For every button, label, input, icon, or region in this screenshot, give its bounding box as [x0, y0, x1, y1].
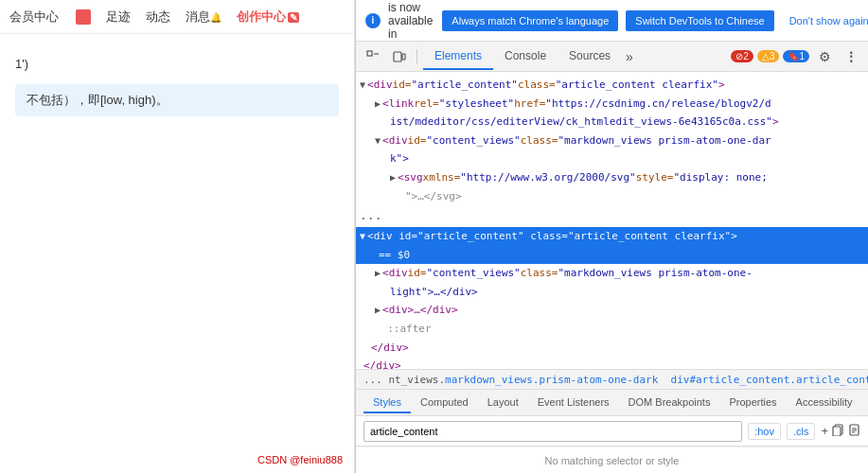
breadcrumb-link-article[interactable]: div#article_content.article_content.clea… — [671, 374, 868, 386]
dom-line-3[interactable]: ▼ <div id="content_views" class="markdow… — [356, 131, 868, 150]
elements-content[interactable]: ▼ <div id="article_content" class="artic… — [356, 72, 868, 369]
dom-line-dollar0: == $0 — [356, 246, 868, 265]
dom-line-close-div1: </div> — [356, 339, 868, 358]
filter-file-button[interactable] — [848, 424, 860, 439]
expand-triangle-3[interactable]: ▼ — [375, 133, 381, 149]
info-badge: 🔖1 — [783, 50, 809, 62]
dom-line-content-views-light[interactable]: ▶ <div id="content_views" class="markdow… — [356, 264, 868, 283]
expand-triangle-cv[interactable]: ▶ — [375, 266, 381, 281]
expand-triangle-4[interactable]: ▶ — [390, 170, 396, 185]
device-toggle-button[interactable] — [388, 45, 411, 68]
left-content: 1') 不包括），即[low, high)。 — [0, 34, 354, 447]
sub-tab-event-listeners[interactable]: Event Listeners — [528, 393, 619, 413]
no-match-bar: No matching selector or style — [356, 447, 868, 473]
svg-rect-2 — [394, 52, 401, 61]
nav-icon-gift — [76, 9, 91, 25]
dom-line-div-inner[interactable]: ▶ <div>…</div> — [356, 301, 868, 320]
dom-line-2b: ist/mdeditor/css/editerView/ck_htmledit_… — [356, 113, 868, 131]
dom-line-3b: k"> — [356, 149, 868, 168]
sub-tab-dom-breakpoints[interactable]: DOM Breakpoints — [619, 393, 720, 413]
sub-tab-styles[interactable]: Styles — [363, 393, 411, 413]
content-text-line1: 1') — [15, 53, 339, 75]
left-panel: 会员中心 足迹 动态 消息🔔 创作中心✎ 1') 不包括），即[low, hig… — [0, 0, 355, 473]
dom-line-2[interactable]: ▶ <link rel="stylesheet" href="https://c… — [356, 95, 868, 114]
nav-item-footprint[interactable]: 足迹 — [106, 9, 131, 26]
filter-bar: :hov .cls + — [356, 416, 868, 447]
dom-line-close-div2: </div> — [356, 357, 868, 369]
settings-button[interactable]: ⚙ — [813, 45, 836, 68]
expand-triangle-div[interactable]: ▶ — [375, 303, 381, 318]
sub-tab-bar: Styles Computed Layout Event Listeners D… — [356, 390, 868, 416]
expand-triangle-2[interactable]: ▶ — [375, 96, 381, 112]
dom-line-content-views-light-b: light">…</div> — [356, 283, 868, 302]
nav-item-message[interactable]: 消息🔔 — [186, 9, 221, 26]
error-badge: ⊘2 — [731, 50, 753, 62]
dom-line-ellipsis[interactable]: ... — [356, 205, 868, 227]
svg-rect-0 — [367, 51, 372, 56]
nav-item-create[interactable]: 创作中心✎ — [237, 9, 299, 26]
nav-item-member[interactable]: 会员中心 — [9, 9, 59, 26]
sub-tab-properties[interactable]: Properties — [719, 393, 786, 413]
tab-elements[interactable]: Elements — [423, 44, 493, 70]
top-nav: 会员中心 足迹 动态 消息🔔 创作中心✎ — [0, 0, 354, 34]
svg-rect-5 — [833, 427, 841, 436]
devtools-toolbar: Elements Console Sources » ⊘2 △3 🔖1 ⚙ ⋮ — [356, 42, 868, 72]
bottom-brand: CSDN @feiniu888 — [0, 447, 354, 473]
tab-sources[interactable]: Sources — [558, 44, 622, 70]
more-button[interactable]: ⋮ — [840, 45, 862, 68]
badges: ⊘2 △3 🔖1 — [731, 50, 809, 62]
expand-triangle-1[interactable]: ▼ — [360, 78, 365, 93]
sub-tab-layout[interactable]: Layout — [478, 393, 528, 413]
switch-chinese-button[interactable]: Switch DevTools to Chinese — [626, 10, 773, 31]
info-bar: i DevTools is now available in Chinese! … — [356, 0, 868, 42]
breadcrumb-text: ... nt_views. — [363, 374, 445, 386]
nav-item-dynamic[interactable]: 动态 — [146, 9, 170, 26]
dom-line-4[interactable]: ▶ <svg xmlns="http://www.w3.org/2000/svg… — [356, 168, 868, 187]
dom-line-4b: ">…</svg> — [356, 187, 868, 206]
filter-cls-tag[interactable]: .cls — [787, 423, 816, 440]
sub-tab-computed[interactable]: Computed — [411, 393, 478, 413]
filter-copy-button[interactable] — [832, 424, 844, 439]
dom-line-after: ::after — [356, 320, 868, 339]
filter-hov-tag[interactable]: :hov — [748, 423, 781, 440]
tab-bar: Elements Console Sources » — [423, 44, 727, 70]
filter-actions: + — [821, 424, 860, 439]
sub-tab-accessibility[interactable]: Accessibility — [787, 393, 862, 413]
svg-rect-3 — [402, 54, 405, 60]
warning-badge: △3 — [757, 50, 780, 62]
breadcrumb-separator — [658, 374, 670, 386]
dom-line-1[interactable]: ▼ <div id="article_content" class="artic… — [356, 76, 868, 95]
filter-add-button[interactable]: + — [821, 424, 828, 438]
tab-console[interactable]: Console — [493, 44, 558, 70]
ellipsis-button[interactable]: ... — [360, 206, 381, 226]
highlight-text: 不包括），即[low, high)。 — [27, 93, 168, 107]
dont-show-button[interactable]: Don't show again — [782, 10, 868, 31]
breadcrumb-bar: ... nt_views. markdown_views.prism-atom-… — [356, 369, 868, 390]
always-match-button[interactable]: Always match Chrome's language — [442, 10, 618, 31]
brand-text: CSDN @feiniu888 — [257, 454, 343, 465]
devtools-panel: i DevTools is now available in Chinese! … — [355, 0, 868, 473]
no-match-text: No matching selector or style — [545, 455, 680, 466]
filter-input[interactable] — [363, 421, 742, 442]
dom-line-selected[interactable]: ▼ <div id="article_content" class="artic… — [356, 227, 868, 246]
highlight-box: 不包括），即[low, high)。 — [15, 84, 339, 116]
info-icon: i — [365, 13, 381, 28]
expand-triangle-selected[interactable]: ▼ — [360, 229, 365, 244]
tab-more[interactable]: » — [622, 49, 637, 64]
inspect-element-button[interactable] — [362, 45, 384, 68]
breadcrumb-link-markdown[interactable]: markdown_views.prism-atom-one-dark — [445, 374, 658, 386]
toolbar-separator — [416, 49, 417, 64]
